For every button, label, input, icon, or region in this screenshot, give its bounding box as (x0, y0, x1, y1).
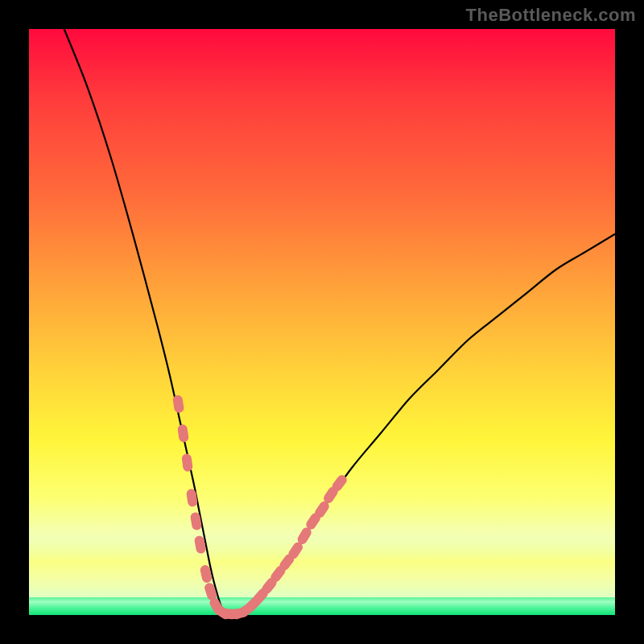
marker-bead (181, 453, 193, 472)
bottleneck-curve (64, 29, 615, 616)
curve-layer (29, 29, 615, 615)
marker-bead (172, 394, 184, 414)
chart-frame: TheBottleneck.com (0, 0, 644, 644)
marker-bead (177, 424, 189, 444)
plot-area (29, 29, 615, 615)
watermark-text: TheBottleneck.com (466, 5, 636, 26)
